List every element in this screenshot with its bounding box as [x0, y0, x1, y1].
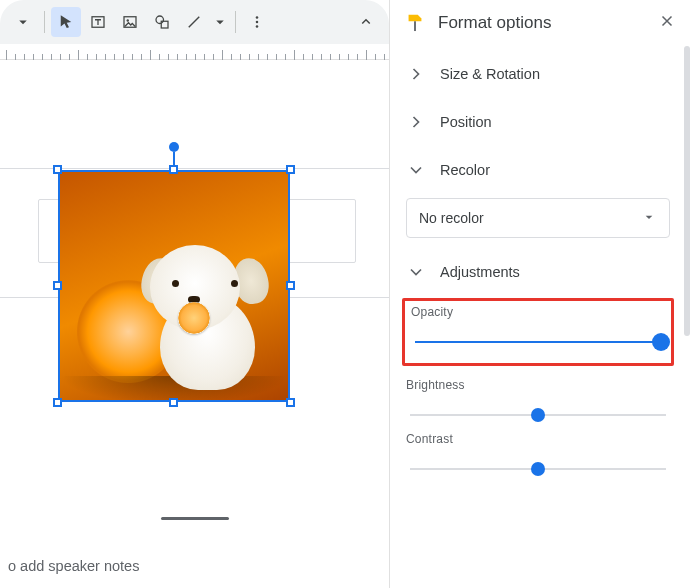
chevron-down-icon: [406, 160, 426, 180]
slide-canvas[interactable]: o add speaker notes: [0, 60, 389, 588]
resize-handle-n[interactable]: [169, 165, 178, 174]
recolor-select[interactable]: No recolor: [406, 198, 670, 238]
sidebar-scrollbar[interactable]: [684, 46, 690, 584]
line-tool-dropdown[interactable]: [211, 7, 229, 37]
caret-down-icon: [14, 13, 32, 31]
chevron-right-icon: [406, 112, 426, 132]
toolbar-overflow[interactable]: [242, 7, 272, 37]
section-label: Size & Rotation: [440, 66, 540, 82]
image-icon: [121, 13, 139, 31]
resize-handle-nw[interactable]: [53, 165, 62, 174]
select-tool[interactable]: [51, 7, 81, 37]
line-tool[interactable]: [179, 7, 209, 37]
toolbar: [0, 0, 389, 44]
svg-point-7: [256, 25, 259, 28]
caret-down-icon: [211, 13, 229, 31]
close-icon: [658, 12, 676, 30]
chevron-up-icon: [357, 13, 375, 31]
contrast-group: Contrast: [396, 426, 680, 480]
sidebar-scroll-thumb[interactable]: [684, 46, 690, 336]
resize-handle-w[interactable]: [53, 281, 62, 290]
svg-point-5: [256, 16, 259, 19]
shape-icon: [153, 13, 171, 31]
brightness-label: Brightness: [406, 378, 670, 392]
svg-point-3: [156, 16, 164, 24]
opacity-label: Opacity: [411, 305, 665, 319]
ruler[interactable]: [0, 44, 389, 60]
brightness-slider[interactable]: [410, 406, 666, 424]
chevron-down-icon: [406, 262, 426, 282]
close-panel-button[interactable]: [658, 12, 676, 34]
section-label: Adjustments: [440, 264, 520, 280]
textbox-icon: [89, 13, 107, 31]
cursor-icon: [57, 13, 75, 31]
svg-point-2: [127, 19, 129, 21]
toolbar-separator: [235, 11, 236, 33]
brightness-group: Brightness: [396, 372, 680, 426]
collapse-toolbar[interactable]: [351, 7, 381, 37]
contrast-slider[interactable]: [410, 460, 666, 478]
resize-handle-ne[interactable]: [286, 165, 295, 174]
more-vertical-icon: [248, 13, 266, 31]
toolbar-separator: [44, 11, 45, 33]
editor-main: o add speaker notes: [0, 0, 390, 588]
format-options-icon: [404, 12, 426, 34]
section-recolor[interactable]: Recolor: [396, 146, 680, 194]
svg-point-6: [256, 21, 259, 24]
contrast-label: Contrast: [406, 432, 670, 446]
chevron-right-icon: [406, 64, 426, 84]
section-adjustments[interactable]: Adjustments: [396, 248, 680, 296]
selected-image[interactable]: [58, 170, 290, 402]
resize-handle-sw[interactable]: [53, 398, 62, 407]
format-options-panel: Format options Size & Rotation Position: [390, 0, 690, 588]
image-tool[interactable]: [115, 7, 145, 37]
resize-handle-se[interactable]: [286, 398, 295, 407]
textbox-tool[interactable]: [83, 7, 113, 37]
rotate-handle[interactable]: [169, 142, 179, 152]
section-label: Position: [440, 114, 492, 130]
opacity-slider[interactable]: [415, 333, 661, 351]
section-position[interactable]: Position: [396, 98, 680, 146]
speaker-notes[interactable]: o add speaker notes: [0, 544, 389, 588]
toolbar-more-dropdown[interactable]: [8, 7, 38, 37]
recolor-select-value: No recolor: [419, 210, 484, 226]
panel-title: Format options: [438, 13, 646, 33]
section-size-rotation[interactable]: Size & Rotation: [396, 50, 680, 98]
opacity-group: Opacity: [402, 298, 674, 366]
resize-handle-e[interactable]: [286, 281, 295, 290]
line-icon: [185, 13, 203, 31]
notes-resize-handle[interactable]: [161, 517, 229, 520]
section-label: Recolor: [440, 162, 490, 178]
image-content: [58, 170, 290, 402]
shape-tool[interactable]: [147, 7, 177, 37]
panel-header: Format options: [390, 0, 690, 46]
resize-handle-s[interactable]: [169, 398, 178, 407]
caret-down-icon: [641, 209, 657, 228]
